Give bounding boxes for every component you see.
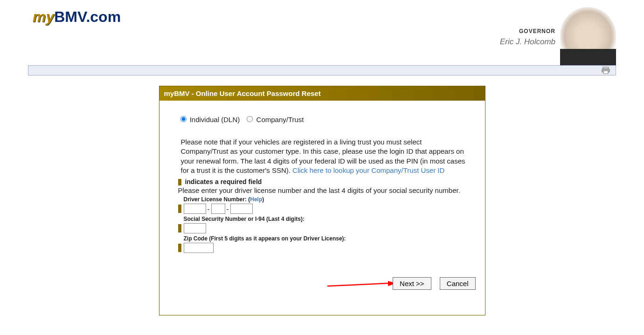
logo-bmv: BMV.com (54, 8, 121, 25)
radio-company[interactable] (247, 116, 253, 122)
svg-line-3 (327, 283, 388, 286)
required-marker-icon (178, 224, 181, 232)
ssn-input[interactable] (184, 223, 206, 233)
logo-my: my (33, 8, 54, 25)
governor-name: Eric J. Holcomb (500, 37, 555, 47)
required-legend-text: indicates a required field (185, 178, 262, 185)
zip-input[interactable] (184, 243, 214, 253)
required-marker-icon (178, 205, 181, 213)
radio-company-label: Company/Trust (256, 116, 304, 123)
required-legend: indicates a required field (178, 178, 466, 185)
card-body: Individual (DLN) Company/Trust Please no… (159, 101, 485, 315)
zip-row (178, 243, 466, 253)
top-bar (28, 65, 616, 75)
button-row: Next >> Cancel (386, 277, 475, 290)
print-icon[interactable] (602, 67, 610, 74)
dln-part2-input[interactable] (211, 204, 225, 214)
page-header: myBMV.com GOVERNOR Eric J. Holcomb (0, 0, 644, 65)
dln-part1-input[interactable] (184, 204, 206, 214)
governor-text: GOVERNOR Eric J. Holcomb (500, 7, 560, 47)
governor-title: GOVERNOR (500, 28, 555, 34)
instruction-text: Please enter your driver license number … (178, 186, 466, 194)
next-button[interactable]: Next >> (393, 277, 431, 290)
required-marker-icon (178, 244, 181, 252)
zip-label: Zip Code (First 5 digits as it appears o… (178, 235, 466, 242)
radio-individual-label: Individual (DLN) (190, 116, 240, 123)
password-reset-card: myBMV - Online User Account Password Res… (159, 86, 485, 315)
ssn-row (178, 223, 466, 233)
dln-row: - - (178, 204, 466, 214)
svg-rect-0 (603, 67, 609, 69)
site-logo: myBMV.com (33, 8, 121, 26)
governor-photo (560, 7, 616, 65)
required-marker-icon (178, 179, 181, 185)
card-title: myBMV - Online User Account Password Res… (159, 86, 485, 101)
dln-label: Driver License Number: (Help) (178, 196, 466, 203)
ssn-label: Social Security Number or I-94 (Last 4 d… (178, 216, 466, 222)
dln-dash: - (208, 205, 210, 213)
note-text: Please note that if your vehicles are re… (178, 137, 466, 175)
dln-help-link[interactable]: Help (250, 196, 262, 203)
radio-individual[interactable] (180, 116, 187, 122)
svg-rect-2 (603, 71, 608, 74)
dln-part3-input[interactable] (230, 204, 253, 214)
governor-area: GOVERNOR Eric J. Holcomb (500, 7, 616, 65)
dln-dash: - (227, 205, 229, 213)
customer-type-radios: Individual (DLN) Company/Trust (178, 115, 466, 123)
cancel-button[interactable]: Cancel (440, 277, 476, 290)
company-lookup-link[interactable]: Click here to lookup your Company/Trust … (292, 166, 444, 174)
